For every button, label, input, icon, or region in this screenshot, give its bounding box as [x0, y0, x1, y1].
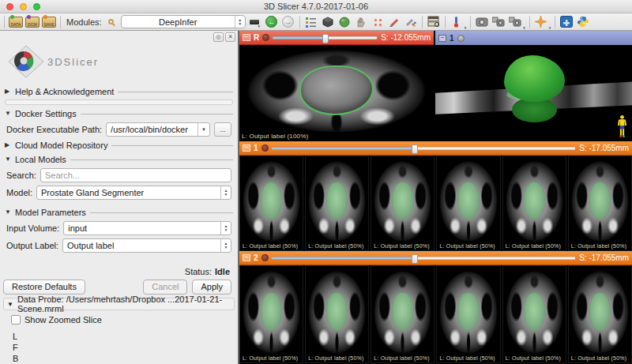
slider-handle[interactable] — [322, 34, 329, 43]
compare-slice-cell[interactable]: L: Output label (50%) — [371, 156, 434, 251]
docker-path-combobox[interactable]: /usr/local/bin/docker ▼ — [106, 122, 210, 137]
python-console-icon[interactable] — [576, 16, 590, 28]
view-menu-pin-icon[interactable] — [261, 254, 269, 261]
toolbar-separator — [299, 16, 300, 28]
crosshair-icon[interactable] — [534, 16, 548, 28]
screenshot-icon[interactable] — [475, 16, 489, 28]
save-scene-icon[interactable]: SAVE — [42, 16, 56, 28]
layout-icon[interactable] — [427, 16, 441, 28]
slider-handle[interactable] — [412, 254, 418, 264]
mri-axial-slice: L: Output label (50%) — [569, 156, 631, 250]
combo-spinner-icon: ▲▼ — [235, 16, 245, 28]
collapse-view-button[interactable]: − — [243, 144, 250, 152]
panel-pin-button[interactable]: ◎ — [213, 32, 224, 42]
model-search-input[interactable] — [40, 168, 231, 182]
slice-offset-slider[interactable] — [272, 257, 577, 260]
compare-slice-cell[interactable]: L: Output label (50%) — [239, 265, 303, 363]
compare-slice-cell[interactable]: L: Output label (50%) — [305, 156, 369, 251]
restore-defaults-button[interactable]: Restore Defaults — [3, 280, 85, 295]
annotations-icon[interactable] — [404, 16, 418, 28]
toolbar-separator — [60, 16, 61, 28]
view-menu-pin-icon[interactable] — [262, 34, 269, 41]
slice-offset-slider[interactable] — [273, 36, 378, 39]
show-zoomed-slice-checkbox[interactable] — [11, 315, 21, 325]
slice-offset-slider[interactable] — [272, 147, 577, 150]
threed-controller-bar: − 1 — [435, 31, 632, 45]
scene-view-dropdown-icon[interactable]: ▾ — [523, 25, 525, 30]
ruler-icon[interactable] — [387, 16, 401, 28]
scene-view-icon[interactable] — [491, 16, 506, 28]
slice-corner-label: L: Output label (50%) — [308, 355, 363, 361]
local-models-header[interactable]: ▼ Local Models — [5, 153, 233, 165]
window-title: 3D Slicer 4.7.0-2017-01-06 — [0, 2, 632, 11]
red-slice-image-area[interactable]: L: Output label (100%) — [239, 45, 434, 141]
slice-pin-dropdown-icon[interactable]: ▾ — [465, 25, 467, 30]
compare-slice-cell[interactable]: L: Output label (50%) — [371, 265, 434, 363]
module-selector[interactable]: DeepInfer ▲▼ — [121, 15, 246, 28]
compare-slice-cell[interactable]: L: Output label (50%) — [502, 156, 566, 251]
threed-render-area[interactable] — [435, 45, 632, 141]
panel-close-button[interactable]: ✕ — [225, 32, 235, 42]
load-data-icon[interactable]: DATA — [9, 16, 23, 28]
fiducials-icon[interactable] — [371, 16, 385, 28]
orientation-person-marker — [616, 114, 628, 139]
mri-axial-slice: L: Output label (50%) — [306, 266, 368, 362]
compare-slice-cell[interactable]: L: Output label (50%) — [239, 156, 303, 251]
search-label: Search: — [6, 171, 36, 180]
compare-slice-cell[interactable]: L: Output label (50%) — [436, 156, 500, 251]
compare-slice-cell[interactable]: L: Output label (50%) — [502, 265, 566, 363]
output-label-combobox[interactable]: Output label ▲▼ — [62, 238, 231, 253]
slice-corner-label: L: Output label (50%) — [506, 243, 561, 249]
collapse-view-button[interactable]: − — [243, 254, 250, 261]
collapse-view-button[interactable]: − — [243, 34, 250, 41]
input-volume-combobox[interactable]: input ▲▼ — [63, 221, 231, 235]
slice-corner-label: L: Output label (50%) — [439, 243, 495, 249]
extensions-icon[interactable] — [559, 16, 574, 28]
volume-icon[interactable] — [337, 16, 352, 28]
dicom-icon[interactable]: DCM — [25, 16, 40, 28]
back-icon[interactable]: ← — [265, 16, 279, 28]
view-settings-gear-icon[interactable] — [457, 35, 465, 42]
compare-slice-cell[interactable]: L: Output label (50%) — [305, 265, 369, 363]
cloud-repo-header[interactable]: ▶ Cloud Model Repository — [5, 139, 233, 151]
view-label: R — [254, 33, 259, 42]
slicer-logo-icon — [8, 45, 44, 78]
forward-icon[interactable]: → — [281, 16, 295, 28]
slice-pin-icon[interactable] — [450, 16, 464, 28]
compare2-controller-bar: − 2 S: -17.055mm — [239, 251, 632, 265]
compare-slice-cell[interactable]: L: Output label (50%) — [568, 156, 632, 251]
module-list-icon[interactable] — [304, 16, 318, 28]
module-history-icon[interactable]: ▾ — [248, 16, 262, 28]
modules-label: Modules: — [66, 17, 102, 27]
segmentation-overlay — [458, 293, 478, 329]
model-parameters-header[interactable]: ▼ Model Parameters — [5, 206, 233, 218]
scene-view-restore-icon[interactable] — [508, 16, 522, 28]
slice-corner-label: L: Output label (50%) — [243, 243, 298, 249]
crosshair-dropdown-icon[interactable]: ▾ — [549, 25, 551, 30]
status-label: Status: — [185, 267, 212, 276]
show-zoomed-slice-label: Show Zoomed Slice — [24, 315, 102, 325]
cancel-button[interactable]: Cancel — [143, 280, 187, 295]
docker-settings-header[interactable]: ▼ Docker Settings — [5, 107, 233, 119]
compare-slice-cell[interactable]: L: Output label (50%) — [436, 265, 500, 363]
slider-handle[interactable] — [412, 144, 418, 154]
slice-offset-value: S: -17.055mm — [579, 144, 629, 152]
compare-slice-cell[interactable]: L: Output label (50%) — [568, 265, 632, 363]
toolbar-separator — [422, 16, 423, 28]
module-search-icon[interactable] — [104, 16, 118, 28]
main-toolbar: DATA DCM SAVE Modules: DeepInfer ▲▼ ▾ ← … — [0, 13, 632, 31]
expanded-arrow-icon: ▼ — [5, 156, 11, 163]
collapse-view-button[interactable]: − — [438, 35, 446, 42]
view-menu-pin-icon[interactable] — [261, 144, 269, 152]
slice-corner-label: L: Output label (50%) — [571, 243, 626, 249]
browse-button[interactable]: ... — [214, 122, 231, 137]
model-combobox[interactable]: Prostate Gland Segmenter ▲▼ — [36, 186, 231, 200]
grab-icon[interactable] — [354, 16, 368, 28]
slice-corner-label: L: Output label (50%) — [439, 355, 495, 361]
apply-button[interactable]: Apply — [192, 280, 231, 295]
scene-3d-icon[interactable] — [321, 16, 335, 28]
expanded-arrow-icon: ▼ — [5, 208, 11, 216]
data-probe-header[interactable]: ▼ Data Probe: /Users/mehrtash/Dropbox ..… — [3, 298, 235, 310]
help-section-header[interactable]: ▶ Help & Acknowledgement — [5, 85, 233, 97]
view-label: 1 — [254, 144, 258, 152]
